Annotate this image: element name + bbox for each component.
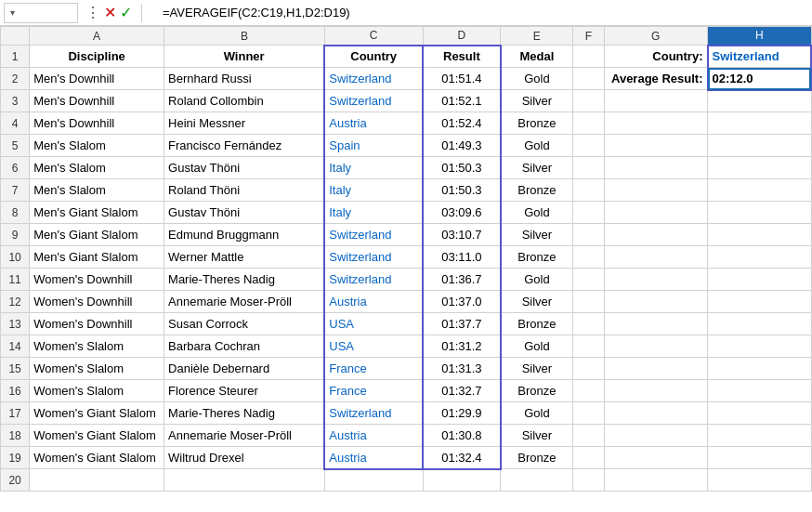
cell-20-3[interactable] [324,469,423,492]
cell-16-2[interactable]: Florence Steurer [164,380,325,402]
formula-input[interactable] [159,3,808,23]
row-header-2[interactable]: 2 [1,68,30,90]
cell-1-6[interactable] [573,46,604,68]
row-header-5[interactable]: 5 [1,135,30,157]
row-header-1[interactable]: 1 [1,46,30,68]
cell-16-5[interactable]: Bronze [501,380,573,402]
cell-18-4[interactable]: 01:30.8 [423,425,501,447]
cell-19-2[interactable]: Wiltrud Drexel [164,447,325,469]
cell-11-2[interactable]: Marie-Theres Nadig [164,269,325,291]
cell-4-4[interactable]: 01:52.4 [423,112,501,135]
cell-5-2[interactable]: Francisco Fernández [164,135,325,157]
col-header-row-num[interactable] [1,27,30,46]
cell-13-5[interactable]: Bronze [501,313,573,335]
cell-11-7[interactable] [604,269,707,291]
cell-8-1[interactable]: Men's Giant Slalom [30,202,164,224]
cell-2-2[interactable]: Bernhard Russi [164,68,325,90]
cell-6-4[interactable]: 01:50.3 [423,157,501,179]
cell-8-3[interactable]: Italy [324,202,423,224]
cell-12-8[interactable] [708,291,812,313]
cell-16-6[interactable] [573,380,604,402]
cell-4-7[interactable] [604,112,707,135]
cell-3-3[interactable]: Switzerland [324,90,423,112]
cell-9-5[interactable]: Silver [501,224,573,246]
row-header-6[interactable]: 6 [1,157,30,179]
cell-6-3[interactable]: Italy [324,157,423,179]
cell-10-8[interactable] [708,246,812,269]
row-header-18[interactable]: 18 [1,425,30,447]
cell-11-3[interactable]: Switzerland [324,269,423,291]
cell-5-6[interactable] [573,135,604,157]
cell-12-1[interactable]: Women's Downhill [30,291,164,313]
cell-18-2[interactable]: Annemarie Moser-Pröll [164,425,325,447]
row-header-10[interactable]: 10 [1,246,30,269]
cell-1-2[interactable]: Winner [164,46,325,68]
cell-19-3[interactable]: Austria [324,447,423,469]
cell-10-5[interactable]: Bronze [501,246,573,269]
cell-12-3[interactable]: Austria [324,291,423,313]
cell-20-6[interactable] [573,469,604,492]
cell-6-5[interactable]: Silver [501,157,573,179]
cell-6-8[interactable] [708,157,812,179]
row-header-16[interactable]: 16 [1,380,30,402]
cell-13-8[interactable] [708,313,812,335]
cell-20-4[interactable] [423,469,501,492]
cell-16-7[interactable] [604,380,707,402]
cell-7-8[interactable] [708,179,812,202]
cell-1-4[interactable]: Result [423,46,501,68]
cell-2-8[interactable]: 02:12.0 [708,68,812,90]
cell-9-7[interactable] [604,224,707,246]
cell-11-1[interactable]: Women's Downhill [30,269,164,291]
row-header-12[interactable]: 12 [1,291,30,313]
cell-4-6[interactable] [573,112,604,135]
row-header-14[interactable]: 14 [1,335,30,358]
cell-5-7[interactable] [604,135,707,157]
cell-3-1[interactable]: Men's Downhill [30,90,164,112]
cell-15-2[interactable]: Danièle Debernard [164,358,325,380]
cell-3-8[interactable] [708,90,812,112]
cell-17-2[interactable]: Marie-Theres Nadig [164,402,325,425]
cell-8-2[interactable]: Gustav Thöni [164,202,325,224]
cell-20-5[interactable] [501,469,573,492]
cell-20-7[interactable] [604,469,707,492]
cell-13-3[interactable]: USA [324,313,423,335]
cell-13-6[interactable] [573,313,604,335]
col-header-E[interactable]: E [501,27,573,46]
cell-14-7[interactable] [604,335,707,358]
cell-11-4[interactable]: 01:36.7 [423,269,501,291]
cell-14-8[interactable] [708,335,812,358]
cell-14-6[interactable] [573,335,604,358]
cancel-icon[interactable]: ✕ [104,4,116,21]
col-header-B[interactable]: B [164,27,325,46]
col-header-D[interactable]: D [423,27,501,46]
cell-11-5[interactable]: Gold [501,269,573,291]
cell-8-6[interactable] [573,202,604,224]
cell-6-7[interactable] [604,157,707,179]
cell-1-7[interactable]: Country: [604,46,707,68]
row-header-9[interactable]: 9 [1,224,30,246]
cell-6-6[interactable] [573,157,604,179]
cell-8-5[interactable]: Gold [501,202,573,224]
cell-15-5[interactable]: Silver [501,358,573,380]
cell-11-8[interactable] [708,269,812,291]
cell-1-3[interactable]: Country [324,46,423,68]
col-header-G[interactable]: G [604,27,707,46]
cell-19-4[interactable]: 01:32.4 [423,447,501,469]
cell-10-6[interactable] [573,246,604,269]
cell-7-3[interactable]: Italy [324,179,423,202]
cell-5-4[interactable]: 01:49.3 [423,135,501,157]
cell-7-5[interactable]: Bronze [501,179,573,202]
cell-13-2[interactable]: Susan Corrock [164,313,325,335]
cell-1-1[interactable]: Discipline [30,46,164,68]
cell-6-1[interactable]: Men's Slalom [30,157,164,179]
cell-15-8[interactable] [708,358,812,380]
cell-12-4[interactable]: 01:37.0 [423,291,501,313]
cell-18-7[interactable] [604,425,707,447]
cell-17-3[interactable]: Switzerland [324,402,423,425]
cell-16-3[interactable]: France [324,380,423,402]
cell-1-5[interactable]: Medal [501,46,573,68]
confirm-icon[interactable]: ✓ [120,4,132,21]
cell-10-4[interactable]: 03:11.0 [423,246,501,269]
cell-19-5[interactable]: Bronze [501,447,573,469]
cell-13-7[interactable] [604,313,707,335]
